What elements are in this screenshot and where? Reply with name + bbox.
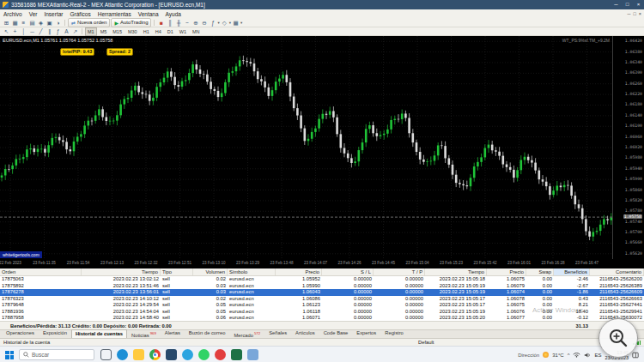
indicators-icon[interactable]: ƒ xyxy=(209,19,216,27)
new-chart-icon[interactable]: ⊞ xyxy=(3,19,10,27)
timeframe-m30[interactable]: M30 xyxy=(125,27,140,36)
edge-icon[interactable] xyxy=(117,349,128,360)
candlestick-plot[interactable] xyxy=(0,36,613,259)
line-chart-icon[interactable]: ~ xyxy=(183,19,191,27)
new-order-button[interactable]: ⇄Nueva orden xyxy=(68,18,110,27)
menu-ventana[interactable]: Ventana xyxy=(135,11,162,17)
minimize-button[interactable]: ─ xyxy=(611,0,622,9)
child-close-button[interactable]: × xyxy=(639,11,641,16)
column-header-volumen[interactable]: Volumen xyxy=(193,268,228,275)
data-window-icon[interactable]: ▤ xyxy=(28,19,36,27)
chart-profiles-icon[interactable]: ▦ xyxy=(11,19,19,27)
excel-icon[interactable] xyxy=(231,349,242,360)
tab-noticias[interactable]: Noticias969 xyxy=(127,329,161,338)
weather-icon[interactable] xyxy=(543,352,549,358)
column-header-comentario[interactable]: Comentario xyxy=(590,268,644,275)
column-header-precio[interactable]: Precio xyxy=(276,268,322,275)
direccion-toolbar[interactable]: Dirección xyxy=(518,353,539,358)
notifications-icon[interactable] xyxy=(632,352,639,359)
table-row[interactable]: 178758922023.02.23 13:51:46sell0.03eurus… xyxy=(0,283,644,290)
trendline-icon[interactable]: ╱ xyxy=(37,27,45,35)
tab-historial-de-cuentas[interactable]: Historial de cuentas xyxy=(71,329,127,338)
zoom-out-icon[interactable]: ⊖ xyxy=(200,19,208,27)
menu-insertar[interactable]: Insertar xyxy=(40,11,66,17)
fibonacci-icon[interactable]: ƒ xyxy=(54,27,62,35)
crosshair-icon[interactable]: + xyxy=(11,27,19,35)
menu-archivo[interactable]: Archivo xyxy=(0,11,26,17)
chrome-icon[interactable] xyxy=(149,349,161,360)
table-row[interactable]: 178796482023.02.23 14:29:54sell0.05eurus… xyxy=(0,302,644,309)
table-row[interactable]: 178819362023.02.23 14:54:04sell0.05eurus… xyxy=(0,309,644,316)
column-header-s-l[interactable]: S / L xyxy=(322,268,374,275)
zoom-magnifier-overlay[interactable] xyxy=(598,318,638,358)
toolbox-icon[interactable]: ▣ xyxy=(46,19,53,27)
cursor-icon[interactable]: ↖ xyxy=(3,27,10,35)
telegram-icon[interactable] xyxy=(182,349,193,360)
autotrading-button[interactable]: ▶AutoTrading xyxy=(111,18,151,27)
tab-exposici-n[interactable]: Exposición xyxy=(39,329,71,338)
timeframe-w1[interactable]: W1 xyxy=(177,27,189,36)
task-view-icon[interactable] xyxy=(100,349,112,360)
tab-expertos[interactable]: Expertos xyxy=(352,329,380,338)
candles-chart-icon[interactable]: ╫ xyxy=(174,19,182,27)
menu-ver[interactable]: Ver xyxy=(26,11,41,17)
objects-dropdown-icon[interactable]: ▾ xyxy=(229,21,231,25)
table-row[interactable]: 178750632023.02.23 13:02:12sell0.02eurus… xyxy=(0,276,644,283)
column-header-beneficios[interactable]: Beneficios xyxy=(554,268,590,275)
start-button[interactable] xyxy=(5,351,14,359)
column-header-s-mbolo[interactable]: Símbolo xyxy=(228,268,276,275)
zoom-in-icon[interactable]: ⊕ xyxy=(191,19,199,27)
close-button[interactable]: × xyxy=(633,0,644,9)
tab-art-culos[interactable]: Artículos xyxy=(291,329,319,338)
column-header-tiempo[interactable]: Tiempo xyxy=(82,268,161,275)
tab-code-base[interactable]: Code Base xyxy=(319,329,353,338)
tab-operaciones[interactable]: Operaciones xyxy=(2,329,39,338)
text-icon[interactable]: A xyxy=(63,27,70,35)
market-watch-icon[interactable]: ≡ xyxy=(20,19,27,27)
channel-icon[interactable]: ∥ xyxy=(46,27,53,35)
menu-ayuda[interactable]: Ayuda xyxy=(162,11,185,17)
grid-dropdown-icon[interactable]: ▾ xyxy=(240,21,242,25)
objects-icon[interactable]: ◇ xyxy=(221,19,228,27)
timeframe-h4[interactable]: H4 xyxy=(153,27,164,36)
wifi-icon[interactable] xyxy=(573,352,580,358)
bars-chart-icon[interactable]: ║ xyxy=(166,19,173,27)
notepad-icon[interactable] xyxy=(247,349,258,360)
tab-alertas[interactable]: Alertas xyxy=(161,329,185,338)
timeframe-d1[interactable]: D1 xyxy=(165,27,176,36)
table-row[interactable]: 178762782023.02.23 13:56:01sell0.03eurus… xyxy=(0,289,644,296)
tray-expand-icon[interactable]: ^ xyxy=(568,353,570,358)
timeframe-m15[interactable]: M15 xyxy=(110,27,125,36)
child-restore-button[interactable]: □ xyxy=(633,11,635,16)
timeframe-h1[interactable]: H1 xyxy=(141,27,152,36)
weather-temp[interactable]: 31°C xyxy=(552,353,563,358)
language-indicator[interactable]: ES xyxy=(594,353,601,358)
navigator-icon[interactable]: ◈ xyxy=(37,19,45,27)
algo-stop-icon[interactable]: ■ xyxy=(157,19,165,27)
menu-gráficos[interactable]: Gráficos xyxy=(67,11,94,17)
opera-icon[interactable] xyxy=(215,349,226,360)
tab-mercado[interactable]: Mercado572 xyxy=(229,329,264,338)
timeframe-m5[interactable]: M5 xyxy=(98,27,110,36)
tab-registro[interactable]: Registro xyxy=(380,329,408,338)
file-explorer-icon[interactable] xyxy=(133,349,144,360)
price-chart[interactable]: 1.064201.063801.063401.063001.062601.062… xyxy=(0,36,644,259)
grid-icon[interactable]: ▦ xyxy=(232,19,240,27)
whatsapp-icon[interactable] xyxy=(198,349,210,360)
menu-herramientas[interactable]: Herramientas xyxy=(94,11,135,17)
maximize-button[interactable]: □ xyxy=(622,0,633,9)
table-row[interactable]: 178763232023.02.23 14:10:12sell0.02eurus… xyxy=(0,296,644,303)
column-header-tipo[interactable]: Tipo xyxy=(161,268,193,275)
arrows-icon[interactable]: ↗ xyxy=(71,27,79,35)
indicators-dropdown-icon[interactable]: ▾ xyxy=(217,21,219,25)
column-header-tiempo[interactable]: Tiempo xyxy=(425,268,487,275)
volume-icon[interactable] xyxy=(584,352,591,359)
column-header-precio[interactable]: Precio xyxy=(487,268,526,275)
tab-se-ales[interactable]: Señales xyxy=(264,329,291,338)
timeframe-mn[interactable]: MN xyxy=(190,27,203,36)
metatrader-icon[interactable] xyxy=(166,349,177,360)
column-header-orden[interactable]: Orden xyxy=(0,268,82,275)
column-header-swap[interactable]: Swap xyxy=(526,268,554,275)
vertical-line-icon[interactable]: │ xyxy=(20,27,27,35)
search-input[interactable]: Buscar xyxy=(19,349,94,360)
